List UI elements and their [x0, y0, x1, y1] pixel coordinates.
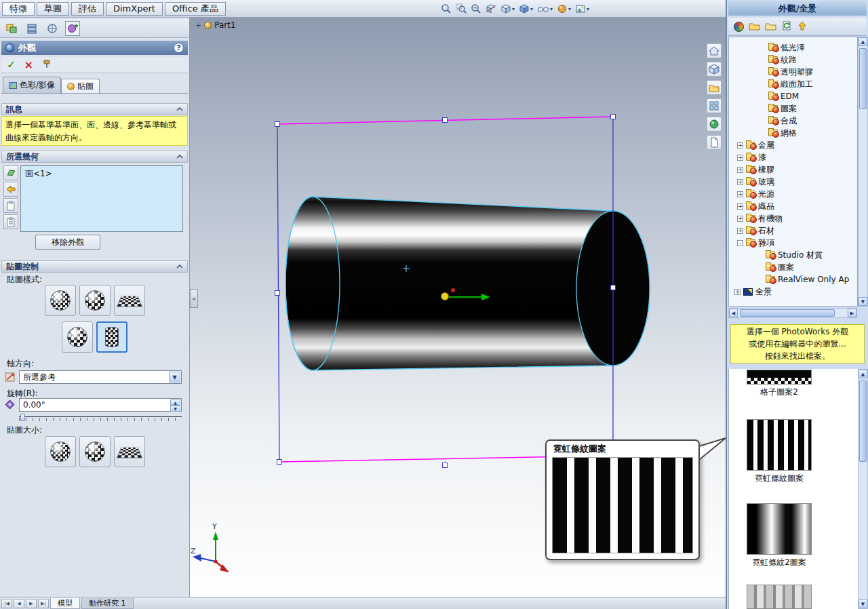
expand-icon[interactable]: +: [737, 228, 743, 234]
tree-item-misc[interactable]: -雜項: [729, 237, 857, 249]
help-button[interactable]: ?: [174, 43, 184, 53]
tab-sketch[interactable]: 草圖: [37, 2, 69, 16]
tab-dimxpert[interactable]: DimXpert: [106, 2, 163, 16]
folder-icon[interactable]: [765, 21, 776, 33]
thumbnail-partial[interactable]: [747, 585, 812, 609]
tree-item-mesh[interactable]: 網格: [729, 127, 857, 139]
rotation-spinner[interactable]: 0.00° ▲ ▼: [19, 398, 182, 412]
tree-item-textured[interactable]: 紋路: [729, 54, 857, 66]
scroll-down-icon[interactable]: ▼: [859, 297, 867, 306]
view-cube-icon[interactable]: [707, 62, 722, 77]
collapse-icon[interactable]: -: [737, 240, 743, 246]
expand-icon[interactable]: +: [737, 216, 743, 222]
geometry-group-header[interactable]: 所選幾何: [1, 151, 188, 163]
panel-collapse-handle[interactable]: «: [190, 289, 198, 308]
ok-button[interactable]: ✓: [7, 58, 16, 71]
tree-item-composite[interactable]: 合成: [729, 115, 857, 127]
featuremanager-tab-icon[interactable]: [4, 21, 19, 36]
tree-item-scenes[interactable]: +全景: [729, 286, 857, 298]
home-icon[interactable]: [707, 43, 722, 58]
scrollbar-thumb[interactable]: [859, 48, 867, 109]
expand-icon[interactable]: +: [195, 21, 201, 30]
display-style-button[interactable]: ▾: [517, 2, 534, 16]
zoom-area-button[interactable]: [454, 2, 468, 16]
mapping-projection-button[interactable]: [45, 285, 76, 316]
zoom-fit-button[interactable]: [439, 2, 453, 16]
configurationmanager-tab-icon[interactable]: [24, 21, 39, 36]
mapping-surface-button[interactable]: [62, 321, 93, 353]
slider-thumb[interactable]: [20, 414, 25, 421]
propertymanager-tab-icon[interactable]: [65, 21, 80, 36]
collapse-chevron-icon[interactable]: [176, 155, 183, 159]
scroll-left-icon[interactable]: ◀: [729, 309, 738, 317]
expand-icon[interactable]: +: [737, 191, 743, 197]
cylinder-model[interactable]: [285, 197, 650, 370]
thumbnail-neon-stripes-2[interactable]: [747, 503, 812, 555]
graphics-area[interactable]: Y Z + Part1 « 霓虹條紋圖案: [190, 18, 726, 597]
triad-red-dot[interactable]: [451, 288, 455, 292]
tree-item-stone[interactable]: +石材: [729, 224, 857, 237]
collapse-chevron-icon[interactable]: [176, 264, 183, 269]
preview-scrollbar[interactable]: ▲ ▼: [858, 369, 868, 609]
thumbnail-neon-stripes[interactable]: [747, 419, 812, 471]
expand-icon[interactable]: +: [737, 167, 743, 173]
collapse-chevron-icon[interactable]: [176, 107, 183, 111]
tab-model[interactable]: 模型: [50, 598, 80, 609]
upload-arrow-icon[interactable]: [797, 20, 808, 33]
scroll-down-icon[interactable]: ▼: [859, 600, 867, 608]
tab-office-products[interactable]: Office 產品: [165, 2, 226, 16]
grid-icon[interactable]: [707, 98, 722, 113]
size-fixed-button[interactable]: [45, 436, 76, 467]
hide-show-button[interactable]: ▾: [536, 2, 554, 16]
appearance-sphere-icon[interactable]: [707, 117, 722, 132]
decal-group-header[interactable]: 貼圖控制: [1, 260, 188, 273]
tree-item-studio-materials[interactable]: Studio 材質: [729, 249, 857, 261]
tree-item-organic[interactable]: +有機物: [729, 212, 857, 224]
apply-scene-button[interactable]: ▾: [574, 2, 591, 16]
scrollbar-thumb[interactable]: [740, 309, 835, 317]
scroll-up-icon[interactable]: ▲: [859, 37, 867, 46]
tree-item-paint[interactable]: +漆: [729, 151, 857, 163]
tree-item-pattern[interactable]: 圖案: [729, 102, 857, 115]
tree-item-satin[interactable]: 緞面加工: [729, 78, 857, 90]
expand-icon[interactable]: +: [737, 203, 743, 210]
scroll-up-icon[interactable]: ▲: [859, 370, 867, 378]
remove-appearance-button[interactable]: 移除外觀: [35, 235, 100, 250]
tree-item-fabric[interactable]: +織品: [729, 200, 857, 212]
tab-scroll-first-icon[interactable]: |◀: [1, 599, 12, 608]
tree-item-edm[interactable]: EDM: [729, 90, 857, 102]
tree-item-metal[interactable]: +金屬: [729, 139, 857, 151]
pin-button[interactable]: [41, 58, 54, 71]
spin-up-icon[interactable]: ▲: [170, 399, 180, 406]
document-icon[interactable]: [707, 135, 722, 150]
message-group-header[interactable]: 訊息: [1, 103, 188, 115]
clipboard-icon[interactable]: [3, 198, 18, 213]
appearances-icon[interactable]: [734, 22, 744, 32]
expand-icon[interactable]: +: [737, 155, 743, 161]
tab-scroll-next-icon[interactable]: ▶: [26, 599, 37, 608]
scroll-right-icon[interactable]: ▶: [848, 309, 856, 317]
cancel-button[interactable]: ×: [24, 58, 33, 71]
tab-color-image[interactable]: 色彩/影像: [3, 77, 61, 94]
tree-item-rubber[interactable]: +橡膠: [729, 163, 857, 176]
edit-appearance-button[interactable]: ▾: [555, 2, 572, 16]
tree-item-low-gloss[interactable]: 低光澤: [729, 41, 857, 54]
thumbnail-grid-pattern-checker[interactable]: [747, 378, 812, 385]
selected-geometry-list[interactable]: 面<1>: [20, 165, 183, 232]
select-face-icon[interactable]: [3, 165, 18, 180]
feature-tree-overlay[interactable]: + Part1: [195, 20, 236, 30]
tab-evaluate[interactable]: 評估: [71, 2, 104, 16]
axis-reference-dropdown[interactable]: 所選參考 ▼: [19, 370, 182, 384]
clipboard-paste-icon[interactable]: [3, 214, 18, 229]
mapping-spherical-button[interactable]: [79, 285, 111, 316]
tab-decal[interactable]: 貼圖: [61, 79, 100, 94]
zoom-inout-button[interactable]: [469, 2, 483, 16]
tree-item-pattern2[interactable]: 圖案: [729, 261, 857, 273]
mapping-cylindrical-button[interactable]: [96, 321, 127, 353]
section-view-button[interactable]: [484, 2, 498, 16]
thumbnail-grid-pattern[interactable]: [747, 370, 812, 378]
size-fit-button[interactable]: [79, 436, 111, 467]
tree-item-glass[interactable]: +玻璃: [729, 176, 857, 188]
folder-icon[interactable]: [707, 80, 722, 95]
tab-scroll-last-icon[interactable]: ▶|: [38, 599, 49, 608]
